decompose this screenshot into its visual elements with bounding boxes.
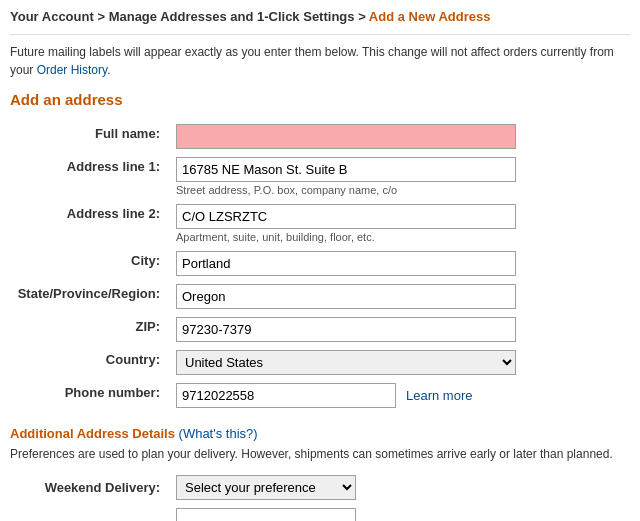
top-divider (10, 34, 630, 35)
weekend-label: Weekend Delivery: (10, 471, 170, 504)
full-name-row: Full name: (10, 120, 630, 153)
manage-addresses-link[interactable]: Manage Addresses and 1-Click Settings (109, 9, 359, 24)
breadcrumb-sep1: > (97, 9, 108, 24)
current-page-label: Add a New Address (369, 9, 491, 24)
phone-input[interactable] (176, 383, 396, 408)
zip-input[interactable] (176, 317, 516, 342)
address1-hint: Street address, P.O. box, company name, … (176, 184, 624, 196)
weekend-row: Weekend Delivery: Select your preference… (10, 471, 362, 504)
full-name-label: Full name: (10, 120, 170, 153)
details-table: Weekend Delivery: Select your preference… (10, 471, 362, 521)
state-cell (170, 280, 630, 313)
city-cell (170, 247, 630, 280)
zip-cell (170, 313, 630, 346)
state-label: State/Province/Region: (10, 280, 170, 313)
address1-cell: Street address, P.O. box, company name, … (170, 153, 630, 200)
phone-row-inner: Learn more (176, 383, 624, 408)
country-row: Country: United States Canada United Kin… (10, 346, 630, 379)
address1-input[interactable] (176, 157, 516, 182)
breadcrumb: Your Account > Manage Addresses and 1-Cl… (10, 8, 630, 26)
security-cell: For buildings or gated communities (170, 504, 362, 521)
phone-cell: Learn more (170, 379, 630, 412)
learn-more-link[interactable]: Learn more (406, 388, 472, 403)
city-row: City: (10, 247, 630, 280)
additional-section: Additional Address Details (What's this?… (10, 426, 630, 521)
address2-label: Address line 2: (10, 200, 170, 247)
address2-row: Address line 2: Apartment, suite, unit, … (10, 200, 630, 247)
full-name-cell (170, 120, 630, 153)
address1-label: Address line 1: (10, 153, 170, 200)
city-label: City: (10, 247, 170, 280)
city-input[interactable] (176, 251, 516, 276)
address2-hint: Apartment, suite, unit, building, floor,… (176, 231, 624, 243)
country-label: Country: (10, 346, 170, 379)
address-form: Full name: Address line 1: Street addres… (10, 120, 630, 412)
security-label: Security access code: (10, 504, 170, 521)
security-input[interactable] (176, 508, 356, 521)
additional-heading-text: Additional Address Details (10, 426, 175, 441)
your-account-label: Your Account (10, 9, 94, 24)
weekend-select[interactable]: Select your preference Yes No (176, 475, 356, 500)
security-row: Security access code: For buildings or g… (10, 504, 362, 521)
state-input[interactable] (176, 284, 516, 309)
address2-input[interactable] (176, 204, 516, 229)
zip-row: ZIP: (10, 313, 630, 346)
zip-label: ZIP: (10, 313, 170, 346)
add-address-heading: Add an address (10, 91, 630, 108)
weekend-cell: Select your preference Yes No (170, 471, 362, 504)
additional-heading: Additional Address Details (What's this?… (10, 426, 630, 441)
phone-label: Phone number: (10, 379, 170, 412)
order-history-link[interactable]: Order History (37, 63, 107, 77)
pref-description: Preferences are used to plan your delive… (10, 445, 630, 463)
address1-row: Address line 1: Street address, P.O. box… (10, 153, 630, 200)
whats-this-link[interactable]: (What's this?) (179, 426, 258, 441)
full-name-input[interactable] (176, 124, 516, 149)
breadcrumb-sep2: > (358, 9, 369, 24)
your-account-link[interactable]: Your Account (10, 9, 97, 24)
country-cell: United States Canada United Kingdom Aust… (170, 346, 630, 379)
address2-cell: Apartment, suite, unit, building, floor,… (170, 200, 630, 247)
country-select[interactable]: United States Canada United Kingdom Aust… (176, 350, 516, 375)
state-row: State/Province/Region: (10, 280, 630, 313)
intro-text: Future mailing labels will appear exactl… (10, 43, 630, 79)
manage-addresses-label: Manage Addresses and 1-Click Settings (109, 9, 355, 24)
phone-row: Phone number: Learn more (10, 379, 630, 412)
